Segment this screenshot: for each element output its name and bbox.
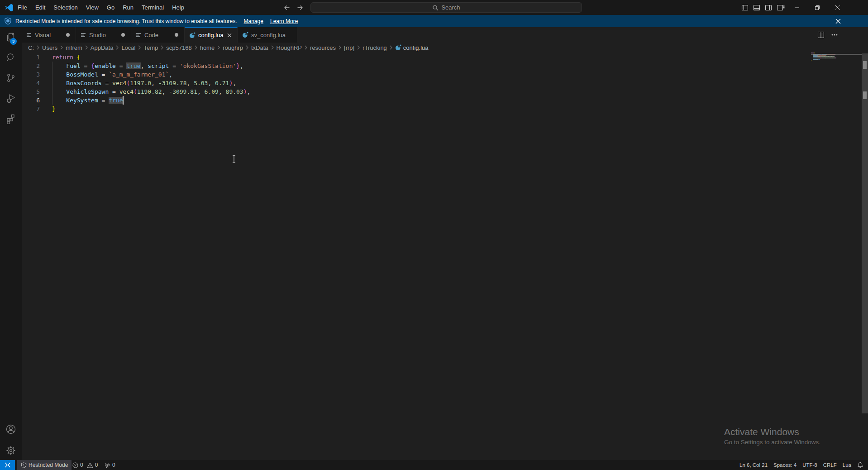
file-lines-icon xyxy=(81,32,86,38)
tab-config.lua[interactable]: config.lua xyxy=(185,27,238,43)
minimap-line xyxy=(811,59,820,60)
learn-more-link[interactable]: Learn More xyxy=(270,18,298,24)
menu-edit[interactable]: Edit xyxy=(31,0,49,15)
breadcrumb-file[interactable]: config.lua xyxy=(395,44,429,51)
breadcrumb-item[interactable]: AppData xyxy=(91,44,114,51)
lua-icon xyxy=(242,32,248,38)
shield-icon xyxy=(21,462,27,468)
tab-label: config.lua xyxy=(198,32,224,38)
minimize-button[interactable] xyxy=(787,0,807,15)
editor[interactable]: 1234567 return { Fuel = {enable = true, … xyxy=(22,53,868,460)
line-number: 5 xyxy=(22,87,40,96)
status-bar-right: Ln 6, Col 21Spaces: 4UTF-8CRLFLua xyxy=(739,460,863,470)
extensions-icon[interactable] xyxy=(5,113,16,124)
source-control-icon[interactable] xyxy=(5,72,16,83)
menu-run[interactable]: Run xyxy=(119,0,138,15)
breadcrumb-item[interactable]: C: xyxy=(28,44,34,51)
line-number: 4 xyxy=(22,79,40,87)
tab-label: sv_config.lua xyxy=(251,32,286,38)
close-button[interactable] xyxy=(827,0,848,15)
menu-go[interactable]: Go xyxy=(103,0,119,15)
breadcrumb-item[interactable]: rTrucking xyxy=(362,44,387,51)
modified-dot-icon[interactable] xyxy=(65,27,71,43)
maximize-button[interactable] xyxy=(807,0,827,15)
scrollbar-thumb[interactable] xyxy=(862,53,868,413)
menu-selection[interactable]: Selection xyxy=(49,0,81,15)
lua-icon xyxy=(189,32,196,38)
toggle-secondary-sidebar-icon[interactable] xyxy=(765,4,772,11)
file-lines-icon xyxy=(136,32,142,38)
overview-ruler-mark xyxy=(863,91,867,99)
toggle-panel-icon[interactable] xyxy=(753,4,760,11)
encoding-status[interactable]: UTF-8 xyxy=(802,462,817,468)
chevron-right-icon xyxy=(245,45,249,50)
menu-view[interactable]: View xyxy=(82,0,103,15)
line-number: 1 xyxy=(22,53,40,62)
search-icon[interactable] xyxy=(5,52,16,63)
minimap[interactable] xyxy=(811,53,862,116)
tab-close-icon[interactable] xyxy=(226,28,233,43)
restricted-mode-banner: Restricted Mode is intended for safe cod… xyxy=(0,15,868,27)
radio-tower-icon xyxy=(104,462,110,468)
breadcrumb-item[interactable]: mfrem xyxy=(66,44,82,51)
language-status[interactable]: Lua xyxy=(843,462,851,468)
title-bar: FileEditSelectionViewGoRunTerminalHelp S… xyxy=(0,0,868,15)
breadcrumb-item[interactable]: [rrp] xyxy=(344,44,354,51)
more-actions-icon[interactable] xyxy=(831,31,838,38)
customize-layout-icon[interactable] xyxy=(777,4,785,11)
settings-icon[interactable] xyxy=(5,445,16,456)
nav-arrows xyxy=(283,0,304,15)
ports-status[interactable]: 0 xyxy=(104,460,115,470)
notifications-bell-icon[interactable] xyxy=(857,462,863,468)
warning-icon xyxy=(87,462,93,468)
forward-icon[interactable] xyxy=(296,4,304,11)
restricted-mode-status[interactable]: Restricted Mode xyxy=(17,460,72,470)
cursor-position-status[interactable]: Ln 6, Col 21 xyxy=(739,462,768,468)
search-box[interactable]: Search xyxy=(310,2,582,13)
run-debug-icon[interactable] xyxy=(5,93,16,104)
chevron-right-icon xyxy=(356,45,361,50)
tab-Visual[interactable]: Visual xyxy=(22,27,76,43)
breadcrumb-item[interactable]: home xyxy=(200,44,215,51)
breadcrumb-item[interactable]: scp57168 xyxy=(166,44,191,51)
menu-terminal[interactable]: Terminal xyxy=(138,0,168,15)
indentation-status[interactable]: Spaces: 4 xyxy=(773,462,796,468)
breadcrumb-item[interactable]: Users xyxy=(42,44,57,51)
tab-actions xyxy=(817,27,838,43)
account-icon[interactable] xyxy=(5,424,16,435)
tab-Code[interactable]: Code xyxy=(131,27,185,43)
code-line-4: BossCoords = vec4(1197.0, -3109.78, 5.03… xyxy=(52,79,236,87)
breadcrumb-item[interactable]: Temp xyxy=(143,44,158,51)
breadcrumb-item[interactable]: RoughRP xyxy=(277,44,302,51)
code-line-1: return { xyxy=(52,53,81,62)
modified-dot-icon[interactable] xyxy=(120,27,126,43)
breadcrumb-item[interactable]: Local xyxy=(121,44,135,51)
mouse-ibeam-cursor xyxy=(231,154,237,163)
menu-help[interactable]: Help xyxy=(168,0,188,15)
breadcrumb-item[interactable]: roughrp xyxy=(223,44,243,51)
minimap-highlight-decoration xyxy=(811,54,862,55)
tab-sv_config.lua[interactable]: sv_config.lua xyxy=(238,27,297,43)
eol-status[interactable]: CRLF xyxy=(823,462,837,468)
banner-close-icon[interactable] xyxy=(835,18,841,24)
chevron-right-icon xyxy=(59,45,64,50)
minimap-line xyxy=(811,58,836,58)
chevron-right-icon xyxy=(389,45,393,50)
menu-file[interactable]: File xyxy=(14,0,31,15)
error-icon xyxy=(72,462,78,468)
manage-link[interactable]: Manage xyxy=(244,18,263,24)
menu-bar: FileEditSelectionViewGoRunTerminalHelp xyxy=(14,0,188,15)
back-icon[interactable] xyxy=(283,4,291,11)
breadcrumb-item[interactable]: txData xyxy=(251,44,268,51)
chevron-right-icon xyxy=(160,45,164,50)
remote-indicator[interactable] xyxy=(0,460,15,470)
modified-dot-icon[interactable] xyxy=(173,27,180,43)
split-editor-icon[interactable] xyxy=(817,31,825,38)
chevron-right-icon xyxy=(270,45,275,50)
tab-Studio[interactable]: Studio xyxy=(76,27,131,43)
breadcrumb-item[interactable]: resources xyxy=(310,44,336,51)
window-controls xyxy=(787,0,848,15)
problems-status[interactable]: 0 0 xyxy=(72,460,98,470)
toggle-sidebar-icon[interactable] xyxy=(741,4,749,11)
chevron-right-icon xyxy=(115,45,119,50)
